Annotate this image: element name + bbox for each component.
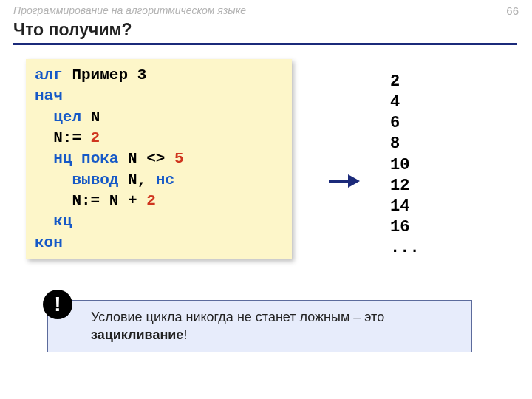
callout: Условие цикла никогда не станет ложным –… (47, 300, 472, 352)
title-rule (13, 43, 517, 45)
warning-icon: ! (43, 290, 72, 319)
arrow-icon (327, 171, 360, 191)
num-2b: 2 (137, 192, 156, 209)
callout-text-c: ! (183, 327, 187, 342)
code-block: алг Пример 3 нач цел N N:= 2 нц пока N <… (26, 59, 292, 259)
output-block: 2 4 6 8 10 12 14 16 ... (390, 72, 420, 259)
num-2: 2 (81, 129, 100, 146)
indent (35, 150, 53, 167)
svg-marker-1 (348, 174, 360, 188)
out-arg: N, (118, 171, 155, 188)
indent (35, 171, 72, 188)
assign: N:= (35, 129, 81, 146)
kw-begin: нач (35, 87, 63, 104)
kw-alg: алг (35, 66, 63, 83)
indent (35, 109, 53, 126)
header-bar: Программирование на алгоритмическом язык… (13, 4, 519, 17)
cond-var: N (118, 150, 146, 167)
op-ne: <> (146, 150, 165, 167)
header-topic: Программирование на алгоритмическом язык… (13, 4, 246, 17)
incr: N:= N + (35, 192, 137, 209)
kw-output: вывод (72, 171, 118, 188)
code-name: Пример 3 (63, 66, 146, 83)
page-number: 66 (506, 4, 519, 17)
page-title: Что получим? (13, 20, 132, 40)
indent (35, 213, 53, 230)
callout-text-b: зацикливание (91, 327, 183, 342)
num-5: 5 (165, 150, 183, 167)
kw-endloop: кц (53, 213, 72, 230)
kw-int: цел (53, 109, 81, 126)
bang-char: ! (54, 293, 61, 316)
callout-text-a: Условие цикла никогда не станет ложным –… (91, 310, 384, 324)
callout-box: Условие цикла никогда не станет ложным –… (47, 300, 472, 352)
kw-newline: нс (156, 171, 174, 188)
var-n: N (81, 109, 100, 126)
kw-while: нц пока (53, 150, 118, 167)
kw-end: кон (35, 234, 63, 251)
